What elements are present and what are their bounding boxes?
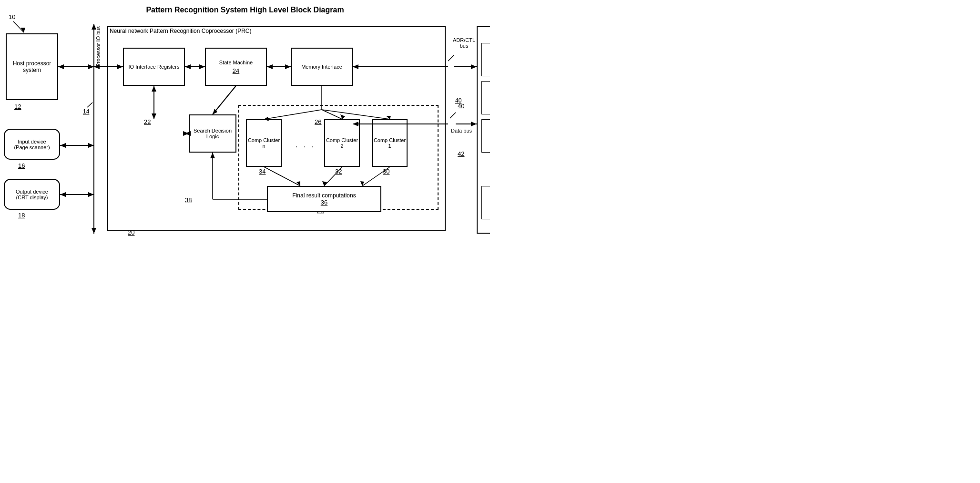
ref-30: 30 (383, 168, 389, 175)
ref-34: 34 (259, 168, 265, 175)
host-processor-label: Host processor system (7, 60, 57, 73)
ref-10-label: 10 (9, 13, 15, 21)
ref-18: 18 (18, 212, 25, 219)
output-device-box: Output device(CRT display) (4, 179, 60, 210)
svg-marker-56 (471, 122, 477, 126)
svg-line-13 (87, 103, 92, 107)
io-interface-registers-box: IO Interface Registers (123, 48, 185, 86)
proc-io-bus-label: Processor IO bus (95, 26, 101, 67)
ref-42: 42 (458, 150, 464, 157)
ref-40: 40 (458, 103, 464, 110)
cluster-dots: . . . (296, 141, 316, 149)
svg-line-58 (13, 21, 24, 32)
output-device-label: Output device(CRT display) (16, 189, 48, 200)
svg-marker-59 (20, 28, 25, 32)
neuron-block-2: Neuron data block2 (481, 119, 490, 153)
ref-36-inline: 36 (321, 199, 327, 206)
comp-cluster-2-box: Comp Cluster 2 (324, 119, 360, 167)
search-box-label: Search Decision Logic (190, 128, 235, 139)
svg-marker-5 (88, 64, 94, 69)
cluster-1-label: Comp Cluster 1 (373, 137, 407, 149)
memory-interface-box: Memory Interface (291, 48, 353, 86)
input-device-box: Input device(Page scanner) (4, 129, 60, 160)
memory-array-title: Memory Array (486, 28, 490, 34)
cluster-2-label: Comp Cluster 2 (325, 137, 359, 149)
diagram-container: Pattern Recognition System High Level Bl… (0, 0, 490, 241)
ref-16: 16 (18, 162, 25, 169)
ref-20: 20 (128, 229, 134, 236)
svg-line-54 (450, 113, 456, 118)
final-result-box: Final result computations 36 (267, 186, 381, 212)
svg-marker-8 (88, 143, 94, 148)
neuron-block-1: Neuron data block1 (481, 81, 490, 114)
ref-22: 22 (144, 118, 151, 125)
neuron-block-n: Neuron data blockn (481, 186, 490, 219)
state-machine-box: State Machine 24 (205, 48, 267, 86)
ref-24-inline: 24 (233, 67, 239, 74)
cluster-n-label: Comp Cluster n (247, 137, 281, 149)
neuron-block-0: Neuron data block0 (481, 43, 490, 76)
svg-marker-11 (88, 192, 94, 197)
search-decision-logic-box: Search Decision Logic (189, 114, 236, 153)
data-bus-label: Data bus (451, 128, 472, 134)
ref-12: 12 (14, 103, 21, 110)
svg-marker-2 (92, 228, 96, 234)
svg-marker-7 (60, 143, 66, 148)
state-machine-label: State Machine (219, 60, 253, 65)
final-result-label: Final result computations (292, 192, 356, 199)
comp-cluster-n-box: Comp Cluster n (246, 119, 282, 167)
memory-interface-label: Memory Interface (301, 64, 342, 70)
input-device-label: Input device(Page scanner) (14, 139, 50, 150)
svg-text:14: 14 (83, 108, 90, 115)
prc-label: Neural network Pattern Recognition Copro… (110, 28, 251, 34)
io-reg-label: IO Interface Registers (129, 64, 180, 70)
svg-marker-51 (471, 64, 477, 69)
comp-cluster-1-box: Comp Cluster 1 (372, 119, 408, 167)
svg-marker-10 (60, 192, 66, 197)
ref-38: 38 (185, 196, 192, 204)
page-title: Pattern Recognition System High Level Bl… (0, 6, 490, 14)
adr-ctl-label: ADR/CTLbus (453, 37, 475, 49)
ref-32: 32 (335, 168, 342, 175)
host-processor-box: Host processor system (6, 33, 58, 100)
svg-line-48 (448, 55, 454, 61)
svg-marker-4 (58, 64, 64, 69)
